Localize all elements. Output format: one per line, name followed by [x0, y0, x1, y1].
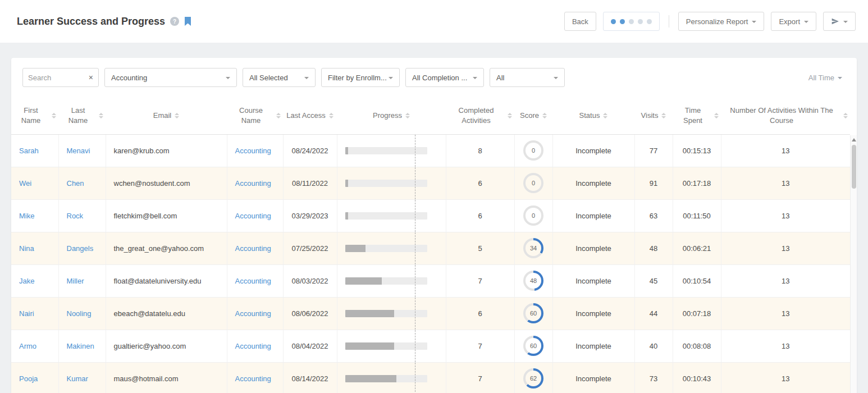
progress-fill — [345, 147, 349, 154]
course-name-link[interactable]: Accounting — [235, 212, 271, 220]
scroll-up-icon[interactable] — [852, 138, 856, 141]
column-header-score[interactable]: Score — [514, 97, 552, 134]
pager-dot[interactable] — [611, 19, 616, 24]
column-header-progress[interactable]: Progress — [337, 97, 446, 134]
last-name-link[interactable]: Miller — [67, 277, 84, 285]
column-header-completed-activities[interactable]: Completed Activities — [446, 97, 514, 134]
sort-icon[interactable] — [843, 113, 848, 118]
column-header-last-name[interactable]: Last Name — [58, 97, 106, 134]
sort-icon[interactable] — [405, 113, 410, 118]
first-name-link[interactable]: Nairi — [19, 309, 34, 318]
score-value: 60 — [526, 305, 541, 321]
table-row: MikeRockfletchkim@bell.comAccounting03/2… — [11, 199, 850, 232]
progress-cell — [337, 362, 446, 393]
first-name-link[interactable]: Wei — [19, 179, 31, 188]
sort-icon[interactable] — [603, 113, 607, 118]
status-cell: Incomplete — [552, 330, 634, 362]
last-access-cell: 08/11/2022 — [283, 167, 337, 199]
first-name-link-cell: Mike — [11, 199, 58, 232]
progress-bar — [345, 245, 427, 252]
progress-fill — [345, 180, 349, 187]
last-name-link[interactable]: Menavi — [67, 147, 90, 155]
progress-bar — [345, 277, 427, 285]
first-name-link[interactable]: Armo — [19, 342, 36, 350]
pager-dot[interactable] — [647, 19, 652, 24]
pager-dot[interactable] — [629, 19, 634, 24]
score-ring: 34 — [523, 238, 543, 258]
email-cell: the_great_one@yahoo.com — [106, 232, 227, 264]
activities-count-cell: 13 — [721, 199, 850, 232]
completion-filter-select[interactable]: All Completion ... — [405, 68, 484, 87]
last-name-link[interactable]: Nooling — [67, 309, 92, 318]
sort-icon[interactable] — [542, 113, 547, 118]
share-button[interactable] — [823, 12, 856, 31]
progress-cell — [337, 134, 446, 167]
sort-icon[interactable] — [329, 113, 334, 118]
last-access-cell: 08/03/2022 — [283, 264, 337, 297]
vertical-scrollbar[interactable] — [850, 135, 857, 393]
selected-filter-select[interactable]: All Selected — [243, 68, 316, 87]
progress-fill — [345, 212, 349, 220]
scrollbar-thumb[interactable] — [852, 145, 856, 189]
time-range-value: All Time — [808, 74, 834, 82]
last-name-link[interactable]: Dangels — [67, 244, 94, 253]
pager-dot[interactable] — [620, 19, 625, 24]
all-filter-select[interactable]: All — [490, 68, 565, 87]
course-name-link[interactable]: Accounting — [235, 277, 271, 285]
column-header-status[interactable]: Status — [552, 97, 634, 134]
help-icon[interactable]: ? — [170, 17, 179, 26]
first-name-link[interactable]: Mike — [19, 212, 34, 220]
sort-icon[interactable] — [99, 113, 103, 118]
export-button[interactable]: Export — [771, 12, 816, 31]
completed-activities-cell: 6 — [446, 167, 514, 199]
column-header-last-access[interactable]: Last Access — [283, 97, 337, 134]
course-name-link[interactable]: Accounting — [235, 244, 271, 253]
course-name-link[interactable]: Accounting — [235, 147, 271, 155]
last-name-link[interactable]: Makinen — [67, 342, 94, 350]
last-name-link[interactable]: Rock — [67, 212, 84, 220]
activities-count-cell: 13 — [721, 134, 850, 167]
last-name-link[interactable]: Kumar — [67, 374, 88, 383]
bookmark-icon[interactable] — [184, 17, 191, 26]
clear-search-icon[interactable]: × — [89, 74, 93, 81]
time-range-select[interactable]: All Time — [808, 74, 846, 82]
last-name-link[interactable]: Chen — [67, 179, 84, 188]
course-name-link[interactable]: Accounting — [235, 374, 271, 383]
sort-icon[interactable] — [175, 113, 179, 118]
enrollment-filter-select[interactable]: Filter by Enrollm... — [321, 68, 400, 87]
column-header-course-name[interactable]: Course Name — [227, 97, 283, 134]
course-name-link[interactable]: Accounting — [235, 342, 271, 350]
pager-dot[interactable] — [638, 19, 643, 24]
personalize-report-label: Personalize Report — [686, 17, 748, 26]
report-pager-dots[interactable] — [603, 12, 660, 31]
course-filter-value: Accounting — [111, 74, 147, 82]
first-name-link[interactable]: Sarah — [19, 147, 39, 155]
chevron-down-icon — [473, 77, 477, 79]
sort-icon[interactable] — [661, 113, 666, 118]
visits-cell: 91 — [634, 167, 673, 199]
course-name-link-cell: Accounting — [227, 362, 283, 393]
course-name-link[interactable]: Accounting — [235, 179, 271, 188]
first-name-link[interactable]: Nina — [19, 244, 34, 253]
sort-icon[interactable] — [508, 113, 512, 118]
status-cell: Incomplete — [552, 297, 634, 330]
column-header-email[interactable]: Email — [106, 97, 227, 134]
score-value: 34 — [526, 240, 541, 256]
sort-icon[interactable] — [714, 113, 719, 118]
column-header-time-spent[interactable]: Time Spent — [673, 97, 721, 134]
sort-icon[interactable] — [52, 113, 56, 118]
course-name-link[interactable]: Accounting — [235, 309, 271, 318]
first-name-link[interactable]: Pooja — [19, 374, 38, 383]
column-header-first-name[interactable]: First Name — [11, 97, 58, 134]
score-ring: 0 — [523, 173, 543, 193]
report-card: × Accounting All Selected Filter by Enro… — [11, 58, 857, 393]
first-name-link[interactable]: Jake — [19, 277, 34, 285]
course-filter-select[interactable]: Accounting — [104, 68, 237, 87]
column-header-visits[interactable]: Visits — [634, 97, 673, 134]
back-button[interactable]: Back — [564, 12, 596, 31]
score-cell: 48 — [514, 264, 552, 297]
sort-icon[interactable] — [276, 113, 281, 118]
personalize-report-button[interactable]: Personalize Report — [678, 12, 765, 31]
column-header-activities-count[interactable]: Number Of Activities Within The Course — [721, 97, 850, 134]
search-input[interactable] — [28, 74, 85, 82]
